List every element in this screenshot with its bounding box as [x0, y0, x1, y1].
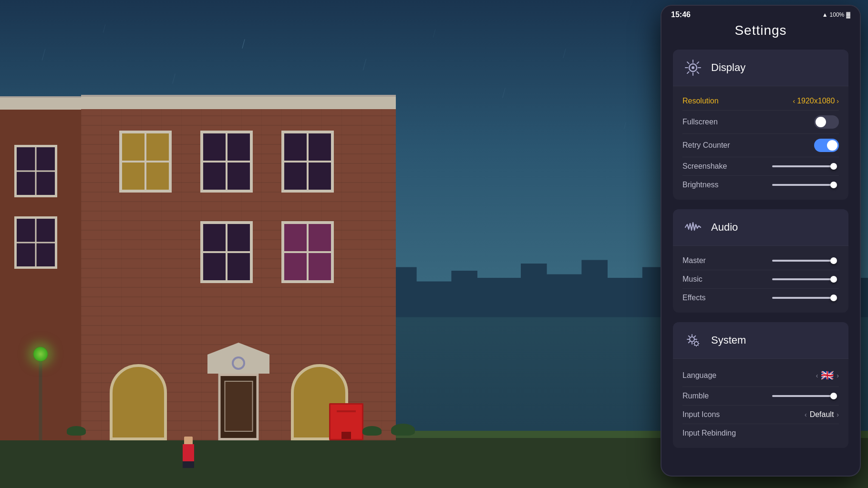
audio-section: Audio Master Music — [673, 209, 848, 313]
red-mailbox — [329, 403, 363, 440]
master-row: Master — [682, 252, 839, 270]
bush-3 — [67, 426, 86, 436]
brightness-row: Brightness — [682, 176, 839, 194]
front-door — [218, 374, 259, 440]
svg-line-9 — [687, 72, 689, 74]
system-section-header: System — [673, 322, 848, 359]
brightness-label: Brightness — [682, 181, 719, 189]
screenshake-label: Screenshake — [682, 162, 727, 171]
retry-counter-label: Retry Counter — [682, 141, 730, 150]
language-label: Language — [682, 371, 716, 380]
master-label: Master — [682, 256, 706, 265]
resolution-next-chevron[interactable]: › — [837, 97, 839, 105]
display-section-header: Display — [673, 50, 848, 86]
settings-content: Settings — [661, 23, 860, 469]
system-icon — [682, 330, 703, 351]
effects-row: Effects — [682, 289, 839, 307]
fullscreen-row: Fullscreen — [682, 111, 839, 134]
display-section-title: Display — [711, 61, 745, 74]
system-section-title: System — [711, 334, 746, 346]
audio-section-header: Audio — [673, 209, 848, 246]
language-row: Language ‹ 🇬🇧 › — [682, 365, 839, 387]
audio-section-content: Master Music — [673, 246, 848, 313]
effects-thumb[interactable] — [830, 295, 837, 301]
brightness-fill — [772, 184, 834, 186]
status-time: 15:46 — [671, 10, 691, 19]
retry-counter-row: Retry Counter — [682, 134, 839, 157]
language-next-chevron[interactable]: › — [837, 372, 839, 379]
input-icons-prev-chevron[interactable]: ‹ — [805, 411, 807, 418]
music-label: Music — [682, 275, 703, 284]
input-rebinding-label: Input Rebinding — [682, 429, 736, 437]
resolution-selector[interactable]: ‹ 1920x1080 › — [793, 97, 839, 105]
window-mid-left — [200, 221, 253, 283]
input-rebinding-row[interactable]: Input Rebinding — [682, 424, 839, 442]
screenshake-thumb[interactable] — [830, 163, 837, 170]
battery-icon: ▓ — [846, 11, 850, 18]
svg-point-1 — [692, 66, 694, 69]
fullscreen-label: Fullscreen — [682, 118, 718, 126]
resolution-label: Resolution — [682, 97, 719, 105]
language-selector[interactable]: ‹ 🇬🇧 › — [816, 369, 839, 382]
rumble-row: Rumble — [682, 387, 839, 406]
battery-level: 100% — [830, 11, 845, 18]
resolution-prev-chevron[interactable]: ‹ — [793, 97, 795, 105]
door-pediment — [207, 345, 269, 374]
status-icons: ▲ 100% ▓ — [822, 11, 850, 18]
brightness-track — [772, 184, 834, 186]
resolution-value: 1920x1080 — [797, 97, 835, 105]
input-icons-label: Input Icons — [682, 410, 720, 419]
input-icons-selector[interactable]: ‹ Default › — [805, 410, 839, 419]
screenshake-slider[interactable] — [772, 165, 839, 167]
audio-icon — [682, 217, 703, 238]
settings-panel-phone: 15:46 ▲ 100% ▓ Settings — [661, 5, 861, 477]
signal-icon: ▲ — [822, 11, 828, 18]
system-section-content: Language ‹ 🇬🇧 › Rumble — [673, 359, 848, 448]
bush-2 — [362, 426, 382, 436]
master-slider[interactable] — [772, 260, 839, 262]
window-top-mid — [200, 131, 253, 193]
bush-1 — [391, 424, 415, 436]
input-icons-row: Input Icons ‹ Default › — [682, 406, 839, 424]
svg-line-8 — [697, 62, 699, 64]
resolution-row: Resolution ‹ 1920x1080 › — [682, 92, 839, 111]
rumble-fill — [772, 395, 834, 397]
music-track — [772, 278, 834, 280]
svg-line-6 — [687, 62, 689, 64]
fullscreen-toggle[interactable] — [814, 115, 839, 129]
brightness-slider[interactable] — [772, 184, 839, 186]
master-thumb[interactable] — [830, 257, 837, 264]
language-prev-chevron[interactable]: ‹ — [816, 372, 818, 379]
left-window-2 — [14, 216, 57, 269]
display-section-content: Resolution ‹ 1920x1080 › Fullscreen — [673, 86, 848, 200]
rumble-slider[interactable] — [772, 395, 839, 397]
left-window-1 — [14, 145, 57, 197]
display-section: Display Resolution ‹ 1920x1080 › Fullscr… — [673, 50, 848, 200]
rumble-label: Rumble — [682, 392, 709, 400]
svg-point-10 — [690, 337, 694, 342]
music-thumb[interactable] — [830, 276, 837, 283]
rumble-thumb[interactable] — [830, 393, 837, 399]
music-row: Music — [682, 270, 839, 289]
main-building — [81, 107, 396, 440]
music-slider[interactable] — [772, 278, 839, 280]
effects-fill — [772, 297, 834, 299]
effects-label: Effects — [682, 294, 706, 302]
music-fill — [772, 278, 834, 280]
window-top-left — [119, 131, 172, 193]
input-icons-value: Default — [810, 410, 834, 419]
screenshake-row: Screenshake — [682, 157, 839, 176]
input-icons-next-chevron[interactable]: › — [837, 411, 839, 418]
audio-section-title: Audio — [711, 221, 738, 234]
retry-counter-toggle[interactable] — [814, 139, 839, 152]
effects-slider[interactable] — [772, 297, 839, 299]
svg-line-7 — [697, 72, 699, 74]
screenshake-track — [772, 165, 834, 167]
window-top-right — [281, 131, 334, 193]
retry-counter-toggle-knob — [827, 140, 837, 151]
fullscreen-toggle-knob — [816, 117, 826, 127]
master-track — [772, 260, 834, 262]
settings-title: Settings — [673, 23, 848, 38]
effects-track — [772, 297, 834, 299]
brightness-thumb[interactable] — [830, 182, 837, 188]
